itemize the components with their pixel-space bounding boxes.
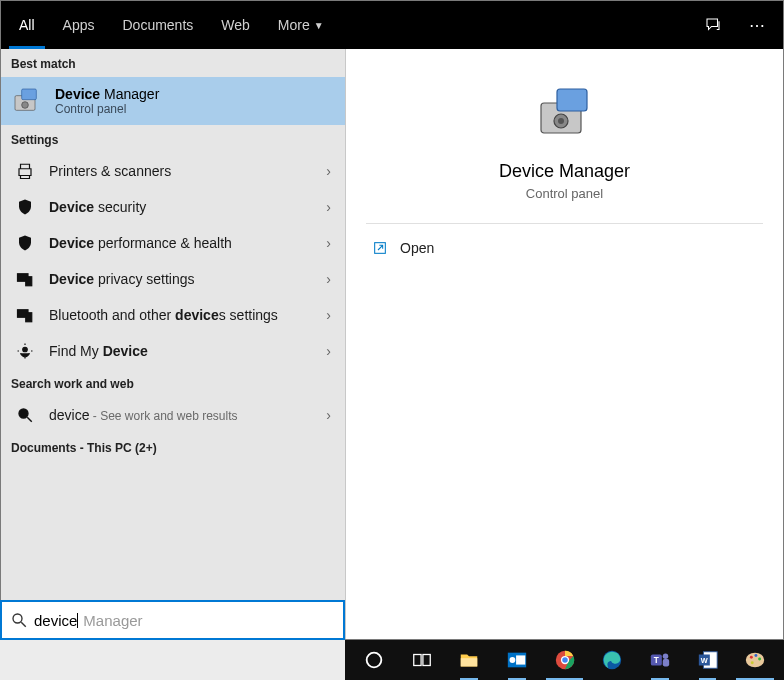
tab-more[interactable]: More ▼: [264, 1, 338, 49]
svg-point-13: [558, 118, 564, 124]
svg-rect-6: [26, 313, 32, 322]
search-input[interactable]: device Manager: [0, 600, 345, 640]
devices-icon: [15, 269, 35, 289]
svg-point-17: [366, 653, 381, 668]
chevron-right-icon: ›: [326, 307, 335, 323]
list-item-label: Find My Device: [49, 343, 312, 359]
preview-subtitle: Control panel: [526, 186, 603, 201]
result-bluetooth-devices[interactable]: Bluetooth and other devices settings ›: [1, 297, 345, 333]
search-typed-text: device: [34, 612, 77, 629]
search-tabs: All Apps Documents Web More ▼ ⋯: [1, 1, 783, 49]
svg-text:W: W: [700, 656, 707, 665]
chevron-down-icon: ▼: [314, 20, 324, 31]
svg-point-26: [562, 657, 568, 663]
find-device-icon: [15, 341, 35, 361]
more-options-icon[interactable]: ⋯: [735, 1, 779, 49]
svg-line-16: [21, 622, 26, 627]
chevron-right-icon: ›: [326, 163, 335, 179]
shield-icon: [15, 233, 35, 253]
svg-rect-18: [413, 655, 420, 666]
svg-line-9: [27, 417, 32, 422]
svg-rect-20: [461, 658, 478, 666]
tab-web[interactable]: Web: [207, 1, 264, 49]
svg-rect-22: [516, 655, 525, 664]
search-icon: [15, 405, 35, 425]
preview-header: Device Manager Control panel: [366, 49, 763, 224]
chevron-right-icon: ›: [326, 199, 335, 215]
search-icon: [10, 611, 28, 629]
svg-point-8: [19, 409, 28, 418]
taskbar-file-explorer[interactable]: [446, 640, 492, 680]
taskbar-chrome[interactable]: [542, 640, 588, 680]
section-settings: Settings: [1, 125, 345, 153]
shield-icon: [15, 197, 35, 217]
svg-point-30: [663, 654, 669, 660]
result-subtitle: Control panel: [55, 102, 159, 116]
tab-more-label: More: [278, 17, 310, 33]
svg-point-15: [13, 614, 22, 623]
svg-point-39: [751, 661, 754, 664]
printer-icon: [15, 161, 35, 181]
list-item-label: Bluetooth and other devices settings: [49, 307, 312, 323]
svg-rect-19: [422, 655, 429, 666]
svg-point-37: [755, 654, 758, 657]
taskbar-word[interactable]: W: [685, 640, 731, 680]
chevron-right-icon: ›: [326, 235, 335, 251]
taskbar-edge[interactable]: [589, 640, 635, 680]
preview-pane: Device Manager Control panel Open: [346, 49, 783, 639]
tab-all[interactable]: All: [5, 1, 49, 49]
open-label: Open: [400, 240, 434, 256]
svg-point-38: [758, 658, 761, 661]
svg-rect-1: [22, 89, 37, 100]
svg-text:T: T: [654, 656, 659, 665]
svg-rect-11: [557, 89, 587, 111]
result-device-manager[interactable]: Device Manager Control panel: [1, 77, 345, 125]
device-manager-large-icon: [533, 79, 597, 143]
results-pane: Best match Device Manager Control panel …: [1, 49, 346, 639]
list-item-label: device - See work and web results: [49, 407, 312, 423]
tab-apps[interactable]: Apps: [49, 1, 109, 49]
taskbar: T W: [345, 640, 784, 680]
tab-documents[interactable]: Documents: [108, 1, 207, 49]
result-find-my-device[interactable]: Find My Device ›: [1, 333, 345, 369]
preview-title: Device Manager: [499, 161, 630, 182]
section-web: Search work and web: [1, 369, 345, 397]
chevron-right-icon: ›: [326, 343, 335, 359]
svg-rect-31: [663, 659, 669, 666]
svg-rect-4: [26, 277, 32, 286]
svg-point-7: [23, 347, 28, 352]
taskbar-cortana[interactable]: [351, 640, 397, 680]
result-title: Device Manager: [55, 86, 159, 102]
feedback-icon[interactable]: [691, 1, 735, 49]
taskbar-paint[interactable]: [732, 640, 778, 680]
svg-point-2: [22, 102, 29, 109]
svg-point-23: [509, 657, 515, 663]
result-printers-scanners[interactable]: Printers & scanners ›: [1, 153, 345, 189]
list-item-label: Printers & scanners: [49, 163, 312, 179]
chevron-right-icon: ›: [326, 407, 335, 423]
svg-point-36: [750, 656, 753, 659]
taskbar-outlook[interactable]: [494, 640, 540, 680]
result-device-privacy[interactable]: Device privacy settings ›: [1, 261, 345, 297]
section-documents: Documents - This PC (2+): [1, 433, 345, 461]
search-ghost-text: Manager: [83, 612, 142, 629]
open-icon: [372, 240, 388, 256]
list-item-label: Device performance & health: [49, 235, 312, 251]
chevron-right-icon: ›: [326, 271, 335, 287]
section-best-match: Best match: [1, 49, 345, 77]
taskbar-taskview[interactable]: [399, 640, 445, 680]
list-item-label: Device security: [49, 199, 312, 215]
start-search-window: All Apps Documents Web More ▼ ⋯ Best mat…: [0, 0, 784, 640]
devices-icon: [15, 305, 35, 325]
result-device-performance[interactable]: Device performance & health ›: [1, 225, 345, 261]
open-action[interactable]: Open: [346, 224, 783, 272]
result-web-search[interactable]: device - See work and web results ›: [1, 397, 345, 433]
result-device-security[interactable]: Device security ›: [1, 189, 345, 225]
taskbar-teams[interactable]: T: [637, 640, 683, 680]
device-manager-icon: [11, 85, 43, 117]
list-item-label: Device privacy settings: [49, 271, 312, 287]
